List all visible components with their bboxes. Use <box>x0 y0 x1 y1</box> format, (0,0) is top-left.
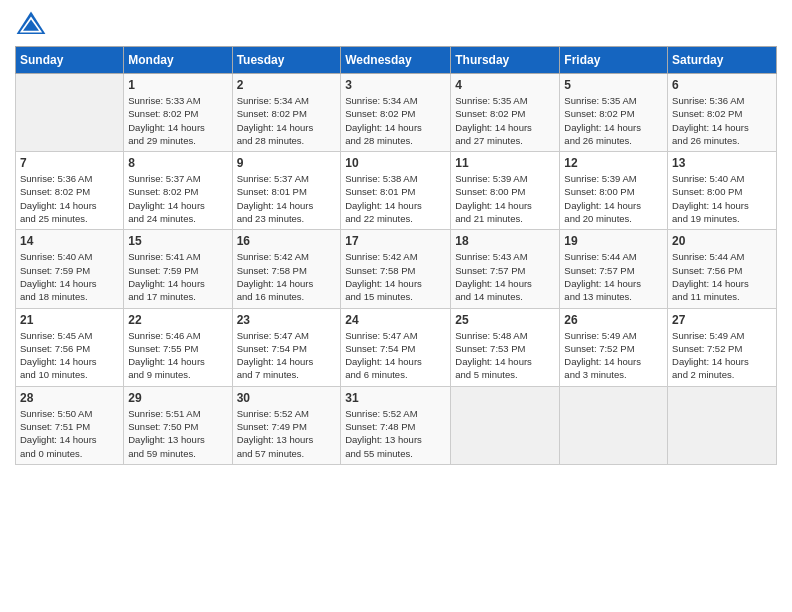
day-info: Sunrise: 5:40 AM Sunset: 8:00 PM Dayligh… <box>672 172 772 225</box>
calendar-cell: 1Sunrise: 5:33 AM Sunset: 8:02 PM Daylig… <box>124 74 232 152</box>
logo-icon <box>15 10 47 38</box>
calendar-cell: 12Sunrise: 5:39 AM Sunset: 8:00 PM Dayli… <box>560 152 668 230</box>
day-info: Sunrise: 5:33 AM Sunset: 8:02 PM Dayligh… <box>128 94 227 147</box>
day-info: Sunrise: 5:35 AM Sunset: 8:02 PM Dayligh… <box>455 94 555 147</box>
calendar-cell: 5Sunrise: 5:35 AM Sunset: 8:02 PM Daylig… <box>560 74 668 152</box>
day-number: 19 <box>564 234 663 248</box>
day-info: Sunrise: 5:44 AM Sunset: 7:57 PM Dayligh… <box>564 250 663 303</box>
day-number: 30 <box>237 391 337 405</box>
day-number: 8 <box>128 156 227 170</box>
day-number: 25 <box>455 313 555 327</box>
calendar-week-row: 7Sunrise: 5:36 AM Sunset: 8:02 PM Daylig… <box>16 152 777 230</box>
day-info: Sunrise: 5:52 AM Sunset: 7:49 PM Dayligh… <box>237 407 337 460</box>
calendar-week-row: 1Sunrise: 5:33 AM Sunset: 8:02 PM Daylig… <box>16 74 777 152</box>
calendar-cell: 22Sunrise: 5:46 AM Sunset: 7:55 PM Dayli… <box>124 308 232 386</box>
weekday-header: Saturday <box>668 47 777 74</box>
day-number: 1 <box>128 78 227 92</box>
calendar-cell <box>16 74 124 152</box>
calendar-cell: 13Sunrise: 5:40 AM Sunset: 8:00 PM Dayli… <box>668 152 777 230</box>
calendar-cell: 2Sunrise: 5:34 AM Sunset: 8:02 PM Daylig… <box>232 74 341 152</box>
day-number: 21 <box>20 313 119 327</box>
day-info: Sunrise: 5:46 AM Sunset: 7:55 PM Dayligh… <box>128 329 227 382</box>
calendar-cell <box>560 386 668 464</box>
calendar-week-row: 28Sunrise: 5:50 AM Sunset: 7:51 PM Dayli… <box>16 386 777 464</box>
calendar-cell: 18Sunrise: 5:43 AM Sunset: 7:57 PM Dayli… <box>451 230 560 308</box>
calendar-cell: 27Sunrise: 5:49 AM Sunset: 7:52 PM Dayli… <box>668 308 777 386</box>
day-number: 15 <box>128 234 227 248</box>
calendar-cell: 21Sunrise: 5:45 AM Sunset: 7:56 PM Dayli… <box>16 308 124 386</box>
calendar-cell: 20Sunrise: 5:44 AM Sunset: 7:56 PM Dayli… <box>668 230 777 308</box>
day-info: Sunrise: 5:36 AM Sunset: 8:02 PM Dayligh… <box>20 172 119 225</box>
day-info: Sunrise: 5:42 AM Sunset: 7:58 PM Dayligh… <box>237 250 337 303</box>
day-number: 22 <box>128 313 227 327</box>
day-info: Sunrise: 5:39 AM Sunset: 8:00 PM Dayligh… <box>564 172 663 225</box>
day-number: 13 <box>672 156 772 170</box>
day-info: Sunrise: 5:43 AM Sunset: 7:57 PM Dayligh… <box>455 250 555 303</box>
day-info: Sunrise: 5:37 AM Sunset: 8:01 PM Dayligh… <box>237 172 337 225</box>
day-number: 16 <box>237 234 337 248</box>
day-number: 24 <box>345 313 446 327</box>
calendar-cell: 16Sunrise: 5:42 AM Sunset: 7:58 PM Dayli… <box>232 230 341 308</box>
weekday-header: Friday <box>560 47 668 74</box>
calendar-cell: 7Sunrise: 5:36 AM Sunset: 8:02 PM Daylig… <box>16 152 124 230</box>
day-number: 7 <box>20 156 119 170</box>
weekday-header-row: SundayMondayTuesdayWednesdayThursdayFrid… <box>16 47 777 74</box>
weekday-header: Sunday <box>16 47 124 74</box>
day-number: 18 <box>455 234 555 248</box>
calendar-cell: 6Sunrise: 5:36 AM Sunset: 8:02 PM Daylig… <box>668 74 777 152</box>
calendar-cell: 8Sunrise: 5:37 AM Sunset: 8:02 PM Daylig… <box>124 152 232 230</box>
day-info: Sunrise: 5:45 AM Sunset: 7:56 PM Dayligh… <box>20 329 119 382</box>
calendar-cell: 11Sunrise: 5:39 AM Sunset: 8:00 PM Dayli… <box>451 152 560 230</box>
main-container: SundayMondayTuesdayWednesdayThursdayFrid… <box>0 0 792 475</box>
day-info: Sunrise: 5:42 AM Sunset: 7:58 PM Dayligh… <box>345 250 446 303</box>
day-info: Sunrise: 5:47 AM Sunset: 7:54 PM Dayligh… <box>345 329 446 382</box>
day-info: Sunrise: 5:37 AM Sunset: 8:02 PM Dayligh… <box>128 172 227 225</box>
day-number: 11 <box>455 156 555 170</box>
day-number: 29 <box>128 391 227 405</box>
day-number: 20 <box>672 234 772 248</box>
day-info: Sunrise: 5:44 AM Sunset: 7:56 PM Dayligh… <box>672 250 772 303</box>
day-info: Sunrise: 5:38 AM Sunset: 8:01 PM Dayligh… <box>345 172 446 225</box>
calendar-cell: 26Sunrise: 5:49 AM Sunset: 7:52 PM Dayli… <box>560 308 668 386</box>
day-number: 5 <box>564 78 663 92</box>
calendar-cell: 25Sunrise: 5:48 AM Sunset: 7:53 PM Dayli… <box>451 308 560 386</box>
logo <box>15 10 49 38</box>
calendar-cell: 14Sunrise: 5:40 AM Sunset: 7:59 PM Dayli… <box>16 230 124 308</box>
day-number: 17 <box>345 234 446 248</box>
calendar-cell: 3Sunrise: 5:34 AM Sunset: 8:02 PM Daylig… <box>341 74 451 152</box>
day-info: Sunrise: 5:41 AM Sunset: 7:59 PM Dayligh… <box>128 250 227 303</box>
day-number: 31 <box>345 391 446 405</box>
calendar-cell: 30Sunrise: 5:52 AM Sunset: 7:49 PM Dayli… <box>232 386 341 464</box>
day-number: 27 <box>672 313 772 327</box>
day-info: Sunrise: 5:39 AM Sunset: 8:00 PM Dayligh… <box>455 172 555 225</box>
calendar-cell: 17Sunrise: 5:42 AM Sunset: 7:58 PM Dayli… <box>341 230 451 308</box>
calendar-cell: 15Sunrise: 5:41 AM Sunset: 7:59 PM Dayli… <box>124 230 232 308</box>
weekday-header: Monday <box>124 47 232 74</box>
calendar-cell: 10Sunrise: 5:38 AM Sunset: 8:01 PM Dayli… <box>341 152 451 230</box>
day-number: 3 <box>345 78 446 92</box>
day-info: Sunrise: 5:49 AM Sunset: 7:52 PM Dayligh… <box>564 329 663 382</box>
day-info: Sunrise: 5:49 AM Sunset: 7:52 PM Dayligh… <box>672 329 772 382</box>
day-info: Sunrise: 5:34 AM Sunset: 8:02 PM Dayligh… <box>345 94 446 147</box>
calendar-cell: 23Sunrise: 5:47 AM Sunset: 7:54 PM Dayli… <box>232 308 341 386</box>
calendar-cell <box>668 386 777 464</box>
day-info: Sunrise: 5:51 AM Sunset: 7:50 PM Dayligh… <box>128 407 227 460</box>
day-info: Sunrise: 5:47 AM Sunset: 7:54 PM Dayligh… <box>237 329 337 382</box>
day-info: Sunrise: 5:36 AM Sunset: 8:02 PM Dayligh… <box>672 94 772 147</box>
day-info: Sunrise: 5:34 AM Sunset: 8:02 PM Dayligh… <box>237 94 337 147</box>
day-number: 6 <box>672 78 772 92</box>
day-info: Sunrise: 5:52 AM Sunset: 7:48 PM Dayligh… <box>345 407 446 460</box>
calendar-cell: 9Sunrise: 5:37 AM Sunset: 8:01 PM Daylig… <box>232 152 341 230</box>
day-info: Sunrise: 5:35 AM Sunset: 8:02 PM Dayligh… <box>564 94 663 147</box>
calendar-cell: 28Sunrise: 5:50 AM Sunset: 7:51 PM Dayli… <box>16 386 124 464</box>
calendar-week-row: 14Sunrise: 5:40 AM Sunset: 7:59 PM Dayli… <box>16 230 777 308</box>
day-number: 28 <box>20 391 119 405</box>
calendar-cell: 29Sunrise: 5:51 AM Sunset: 7:50 PM Dayli… <box>124 386 232 464</box>
day-number: 9 <box>237 156 337 170</box>
day-number: 23 <box>237 313 337 327</box>
calendar-cell: 19Sunrise: 5:44 AM Sunset: 7:57 PM Dayli… <box>560 230 668 308</box>
calendar-table: SundayMondayTuesdayWednesdayThursdayFrid… <box>15 46 777 465</box>
weekday-header: Thursday <box>451 47 560 74</box>
day-number: 10 <box>345 156 446 170</box>
day-number: 2 <box>237 78 337 92</box>
